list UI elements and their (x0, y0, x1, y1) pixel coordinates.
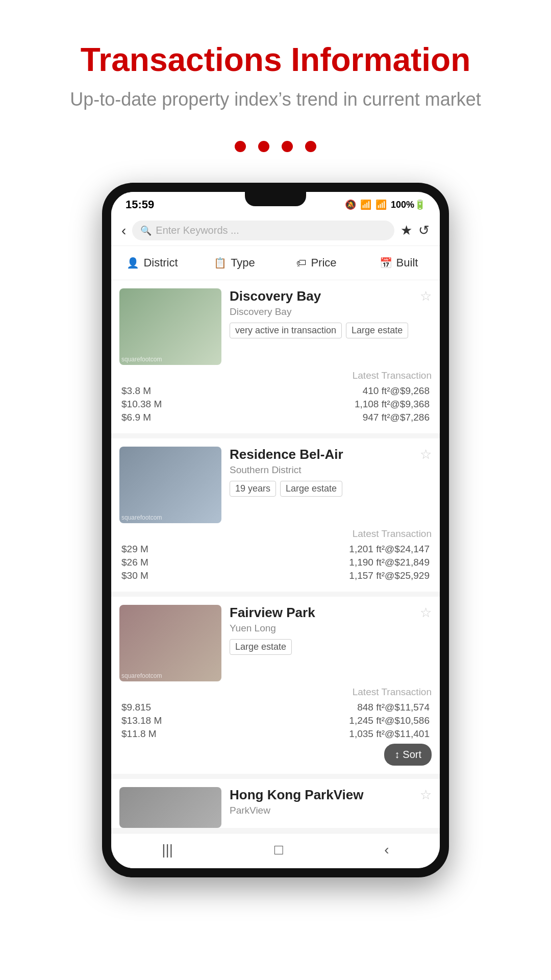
tag-large-2: Large estate (280, 481, 342, 497)
tag-active: very active in transaction (230, 323, 342, 338)
transaction-row-3-1: $9.815 848 ft²@$11,574 (119, 702, 432, 713)
mute-icon: 🔕 (345, 199, 356, 210)
filter-district[interactable]: 👤 District (111, 252, 193, 274)
page-subtitle: Up-to-date property index’s trend in cur… (70, 89, 481, 110)
battery-icon: 100%🔋 (391, 199, 425, 210)
signal-icon: 📶 (375, 199, 387, 210)
property-card-2[interactable]: squarefootcom Residence Bel-Air Southern… (111, 438, 440, 592)
watermark-3: squarefootcom (119, 670, 164, 681)
page-wrapper: Transactions Information Up-to-date prop… (0, 0, 551, 980)
property-top-1: squarefootcom Discovery Bay Discovery Ba… (119, 288, 432, 365)
detail-3-2: 1,245 ft²@$10,586 (349, 715, 430, 726)
property-district-2: Southern District (230, 464, 432, 476)
status-bar: 15:59 🔕 📶 📶 100%🔋 (111, 192, 440, 215)
property-card-3[interactable]: squarefootcom Fairview Park Yuen Long La… (111, 597, 440, 774)
property-top-2: squarefootcom Residence Bel-Air Southern… (119, 447, 432, 523)
property-district-3: Yuen Long (230, 623, 432, 634)
filter-price[interactable]: 🏷 Price (276, 252, 358, 274)
sort-icon: ↕ (394, 749, 399, 761)
property-info-1: Discovery Bay Discovery Bay very active … (230, 288, 432, 365)
nav-back-icon[interactable]: ‹ (384, 842, 389, 858)
property-top-4: Hong Kong ParkView ParkView ☆ (119, 787, 432, 828)
property-name-1: Discovery Bay (230, 288, 432, 304)
latest-label-2: Latest Transaction (119, 528, 432, 540)
page-title: Transactions Information (81, 41, 471, 79)
filter-built[interactable]: 📅 Built (358, 252, 440, 274)
refresh-icon[interactable]: ↺ (418, 223, 430, 238)
property-district-1: Discovery Bay (230, 306, 432, 317)
favorite-icon[interactable]: ★ (400, 223, 412, 238)
back-button[interactable]: ‹ (121, 223, 126, 239)
property-info-4: Hong Kong ParkView ParkView ☆ (230, 787, 432, 828)
sort-button[interactable]: ↕ Sort (384, 744, 432, 766)
type-icon: 📋 (214, 257, 227, 269)
filter-built-label: Built (396, 256, 418, 270)
property-top-3: squarefootcom Fairview Park Yuen Long La… (119, 605, 432, 681)
favorite-button-2[interactable]: ☆ (420, 447, 432, 462)
property-info-2: Residence Bel-Air Southern District 19 y… (230, 447, 432, 523)
property-name-2: Residence Bel-Air (230, 447, 432, 462)
latest-label-1: Latest Transaction (119, 370, 432, 381)
favorite-button-1[interactable]: ☆ (420, 288, 432, 304)
property-card-1[interactable]: squarefootcom Discovery Bay Discovery Ba… (111, 280, 440, 433)
favorite-button-3[interactable]: ☆ (420, 605, 432, 621)
property-name-3: Fairview Park (230, 605, 432, 621)
property-district-4: ParkView (230, 805, 432, 816)
detail-1-3: 947 ft²@$7,286 (363, 412, 430, 423)
favorite-button-4[interactable]: ☆ (420, 787, 432, 803)
watermark-1: squarefootcom (119, 354, 164, 365)
price-2-2: $26 M (121, 557, 148, 568)
transaction-row-2-1: $29 M 1,201 ft²@$24,147 (119, 544, 432, 555)
transaction-row-1-3: $6.9 M 947 ft²@$7,286 (119, 412, 432, 423)
search-input[interactable]: Enter Keywords ... (156, 225, 239, 236)
watermark-2: squarefootcom (119, 512, 164, 523)
property-card-4[interactable]: Hong Kong ParkView ParkView ☆ (111, 779, 440, 828)
notch (245, 192, 306, 206)
transaction-row-3-2: $13.18 M 1,245 ft²@$10,586 (119, 715, 432, 726)
filter-district-label: District (143, 256, 178, 270)
detail-3-3: 1,035 ft²@$11,401 (349, 728, 430, 740)
phone-screen: 15:59 🔕 📶 📶 100%🔋 ‹ 🔍 Enter Keywords ...… (111, 192, 440, 868)
detail-1-2: 1,108 ft²@$9,368 (355, 399, 430, 410)
filter-type[interactable]: 📋 Type (193, 252, 276, 274)
dot-2 (258, 141, 269, 152)
price-1-3: $6.9 M (121, 412, 151, 423)
district-icon: 👤 (127, 257, 139, 269)
transaction-row-2-2: $26 M 1,190 ft²@$21,849 (119, 557, 432, 568)
search-bar: ‹ 🔍 Enter Keywords ... ★ ↺ (111, 215, 440, 246)
transaction-row-1-2: $10.38 M 1,108 ft²@$9,368 (119, 399, 432, 410)
detail-2-3: 1,157 ft²@$25,929 (349, 570, 430, 581)
filter-price-label: Price (311, 256, 336, 270)
dot-4 (305, 141, 316, 152)
detail-2-2: 1,190 ft²@$21,849 (349, 557, 430, 568)
property-tags-1: very active in transaction Large estate (230, 323, 432, 338)
nav-menu-icon[interactable]: ||| (162, 842, 173, 858)
property-image-4 (119, 787, 221, 828)
detail-2-1: 1,201 ft²@$24,147 (349, 544, 430, 555)
dots-indicator (235, 141, 316, 152)
price-2-1: $29 M (121, 544, 148, 555)
search-input-area[interactable]: 🔍 Enter Keywords ... (132, 220, 394, 240)
tag-years: 19 years (230, 481, 276, 497)
tag-large: Large estate (346, 323, 408, 338)
phone-frame: 15:59 🔕 📶 📶 100%🔋 ‹ 🔍 Enter Keywords ...… (102, 183, 449, 877)
sort-label: Sort (403, 749, 421, 761)
property-tags-3: Large estate (230, 639, 432, 655)
status-time: 15:59 (126, 198, 154, 211)
detail-3-1: 848 ft²@$11,574 (357, 702, 430, 713)
property-tags-2: 19 years Large estate (230, 481, 432, 497)
property-image-3: squarefootcom (119, 605, 221, 681)
transaction-row-1-1: $3.8 M 410 ft²@$9,268 (119, 385, 432, 397)
price-2-3: $30 M (121, 570, 148, 581)
price-1-1: $3.8 M (121, 385, 151, 397)
price-icon: 🏷 (296, 257, 307, 269)
property-image-1: squarefootcom (119, 288, 221, 365)
built-icon: 📅 (380, 257, 392, 269)
transaction-row-2-3: $30 M 1,157 ft²@$25,929 (119, 570, 432, 581)
property-info-3: Fairview Park Yuen Long Large estate ☆ (230, 605, 432, 681)
latest-label-3: Latest Transaction (119, 687, 432, 698)
price-1-2: $10.38 M (121, 399, 162, 410)
tag-large-3: Large estate (230, 639, 292, 655)
filter-type-label: Type (231, 256, 255, 270)
nav-home-icon[interactable]: □ (274, 842, 283, 858)
